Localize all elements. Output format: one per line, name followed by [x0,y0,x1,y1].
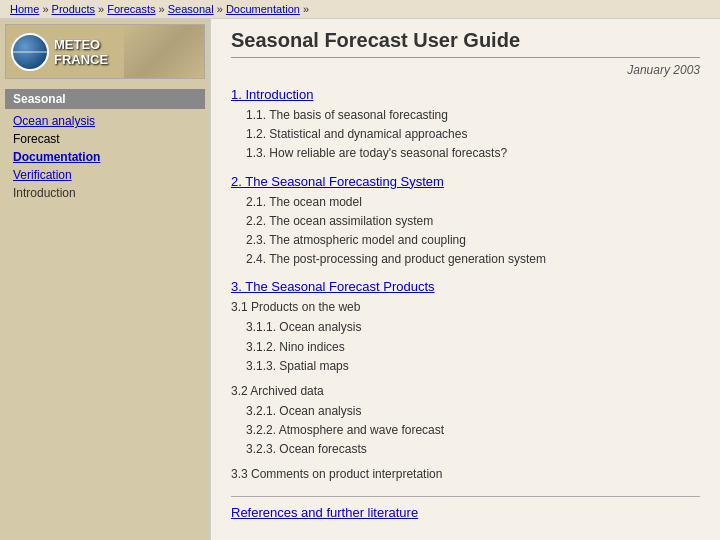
breadcrumb-forecasts[interactable]: Forecasts [107,3,155,15]
toc-link-3[interactable]: 3. The Seasonal Forecast Products [231,279,700,294]
sidebar-item-introduction[interactable]: Introduction [5,184,205,202]
breadcrumb: Home » Products » Forecasts » Seasonal »… [0,0,720,19]
date-line: January 2003 [231,63,700,77]
logo-text: METEO FRANCE [54,37,108,67]
references-section: References and further literature [231,496,700,520]
references-link[interactable]: References and further literature [231,505,418,520]
toc-item-3-1-1: 3.1.1. Ocean analysis [246,318,700,337]
breadcrumb-home[interactable]: Home [10,3,39,15]
toc-section-3: 3. The Seasonal Forecast Products 3.1 Pr… [231,279,700,481]
nav-section-title: Seasonal [5,89,205,109]
breadcrumb-documentation[interactable]: Documentation [226,3,300,15]
sidebar-item-ocean-analysis[interactable]: Ocean analysis [5,112,205,130]
toc-item-1-2: 1.2. Statistical and dynamical approache… [246,125,700,144]
toc-item-1-3: 1.3. How reliable are today's seasonal f… [246,144,700,163]
sidebar-item-forecast[interactable]: Forecast [5,130,205,148]
toc-item-3-1-2: 3.1.2. Nino indices [246,338,700,357]
breadcrumb-seasonal[interactable]: Seasonal [168,3,214,15]
toc-item-3-2-3: 3.2.3. Ocean forecasts [246,440,700,459]
content-area: Seasonal Forecast User Guide January 200… [210,19,720,540]
toc-link-1[interactable]: 1. Introduction [231,87,700,102]
logo-area: METEO FRANCE [5,24,205,79]
toc-section-2: 2. The Seasonal Forecasting System 2.1. … [231,174,700,270]
app-container: Home » Products » Forecasts » Seasonal »… [0,0,720,540]
sidebar-item-documentation[interactable]: Documentation [5,148,205,166]
nav-section: Seasonal Ocean analysis Forecast Documen… [0,84,210,207]
toc-item-2-2: 2.2. The ocean assimilation system [246,212,700,231]
toc-item-2-1: 2.1. The ocean model [246,193,700,212]
toc-section-1: 1. Introduction 1.1. The basis of season… [231,87,700,164]
sidebar-item-verification[interactable]: Verification [5,166,205,184]
toc-item-3-2-2: 3.2.2. Atmosphere and wave forecast [246,421,700,440]
toc-sub-31: 3.1 Products on the web [231,300,700,314]
toc-item-1-1: 1.1. The basis of seasonal forecasting [246,106,700,125]
logo-background [124,25,204,79]
toc-item-2-3: 2.3. The atmospheric model and coupling [246,231,700,250]
page-title: Seasonal Forecast User Guide [231,29,700,58]
toc-item-3-1-3: 3.1.3. Spatial maps [246,357,700,376]
logo-globe-icon [11,33,49,71]
toc-sub-32: 3.2 Archived data [231,384,700,398]
toc-sub-33: 3.3 Comments on product interpretation [231,467,700,481]
main-area: METEO FRANCE Seasonal Ocean analysis For… [0,19,720,540]
toc-item-3-2-1: 3.2.1. Ocean analysis [246,402,700,421]
breadcrumb-products[interactable]: Products [52,3,95,15]
sidebar: METEO FRANCE Seasonal Ocean analysis For… [0,19,210,540]
toc-link-2[interactable]: 2. The Seasonal Forecasting System [231,174,700,189]
toc-item-2-4: 2.4. The post-processing and product gen… [246,250,700,269]
